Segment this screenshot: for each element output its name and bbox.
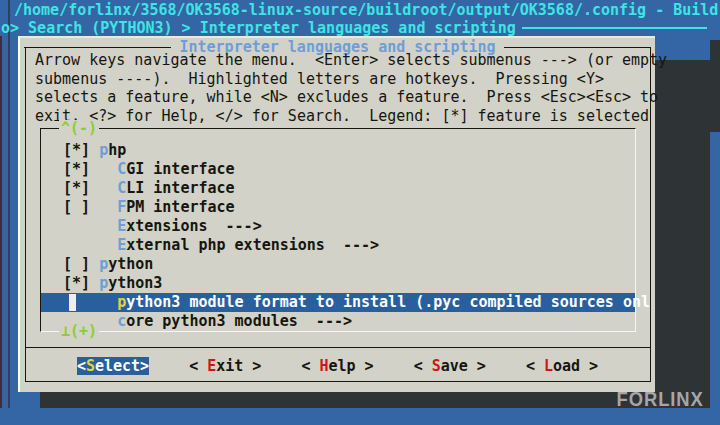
button-label-pre: < [414,357,432,375]
button-hotkey-letter: L [544,357,553,375]
button-hotkey-letter: S [86,357,95,375]
menu-item-label: ython3 [108,274,162,292]
load-button[interactable]: < Load > [526,357,598,375]
menu-item-label: xternal php extensions ---> [126,236,379,254]
terminal-dark-edge [710,40,720,132]
help-button[interactable]: < Help > [301,357,373,375]
dialog-instructions: Arrow keys navigate the menu. <Enter> se… [35,51,667,125]
dialog-shadow-bottom [40,392,710,408]
menu-list: ^(-) ⊥(+) [*] php[*] CGI interface[*] CL… [40,128,636,332]
checkbox [63,236,117,254]
dialog-buttons: <Select>< Exit >< Help >< Save >< Load > [20,356,655,376]
config-dialog: Interpreter languages and scripting Arro… [18,36,655,392]
terminal-window-border [8,0,10,408]
dialog-border-left [25,47,26,382]
hotkey-letter: c [117,312,126,330]
hotkey-letter: F [117,198,126,216]
menu-item-cli[interactable]: [*] CLI interface [41,179,635,198]
checkbox: [ ] [63,198,117,216]
menu-item-extensions[interactable]: Extensions ---> [41,217,635,236]
exit-button[interactable]: < Exit > [189,357,261,375]
menu-item-core[interactable]: core python3 modules ---> [41,312,635,331]
checkbox: [*] [63,160,117,178]
menu-item-external[interactable]: External php extensions ---> [41,236,635,255]
button-label-pre: < [77,357,86,375]
menu-item-python3[interactable]: python3 module format to install (.pyc c… [41,293,635,312]
button-label-post: elp > [328,357,373,375]
scroll-down-indicator: ⊥(+) [59,323,99,340]
menu-item-fpm[interactable]: [ ] FPM interface [41,198,635,217]
hotkey-letter: C [117,179,126,197]
menuconfig-breadcrumb: o> Search (PYTHON3) > Interpreter langua… [1,19,707,37]
hotkey-letter: p [99,255,108,273]
button-label-post: oad > [553,357,598,375]
forlinx-logo: FORLINX [617,390,704,408]
menu-item-php[interactable]: [*] php [41,141,635,160]
menu-item-python[interactable]: [ ] python [41,255,635,274]
menu-item-label: ore python3 modules ---> [126,312,352,330]
terminal-title-bar: /home/forlinx/3568/OK3568-linux-source/b… [14,1,720,19]
button-label-post: ave > [441,357,486,375]
dialog-border-bottom [25,381,651,382]
breadcrumb-text: o> Search (PYTHON3) > Interpreter langua… [1,19,516,37]
checkbox: [*] [63,274,99,292]
title-rule-right [504,47,651,48]
button-label-post: elect> [95,357,149,375]
scroll-up-indicator: ^(-) [59,120,99,137]
menu-item-label: LI interface [126,179,234,197]
menu-item-label: ython3 module format to install (.pyc co… [126,293,650,311]
button-label-post: xit > [216,357,261,375]
hotkey-letter: C [117,160,126,178]
button-separator-line [25,347,651,348]
checkbox: [*] [63,179,117,197]
menu-item-python3[interactable]: [*] python3 [41,274,635,293]
hotkey-letter: p [99,274,108,292]
menu-item-label: xtensions ---> [126,217,261,235]
cursor-block [69,294,76,311]
menu-item-label: ython [108,255,153,273]
menu-item-label: GI interface [126,160,234,178]
menu-item-label: PM interface [126,198,234,216]
hotkey-letter: p [117,293,126,311]
save-button[interactable]: < Save > [414,357,486,375]
breadcrumb-rule [522,27,707,29]
select-button[interactable]: <Select> [77,357,149,375]
hotkey-letter: E [117,217,126,235]
terminal-screen: /home/forlinx/3568/OK3568-linux-source/b… [0,0,720,425]
screen-left-edge [0,36,2,408]
checkbox: [*] [63,141,99,159]
menu-item-label: hp [108,141,126,159]
checkbox: [ ] [63,255,99,273]
button-label-pre: < [526,357,544,375]
button-label-pre: < [189,357,207,375]
button-hotkey-letter: E [207,357,216,375]
button-hotkey-letter: S [432,357,441,375]
button-label-pre: < [301,357,319,375]
hotkey-letter: p [99,141,108,159]
checkbox [63,217,117,235]
title-rule-left [24,47,171,48]
hotkey-letter: E [117,236,126,254]
menu-item-cgi[interactable]: [*] CGI interface [41,160,635,179]
